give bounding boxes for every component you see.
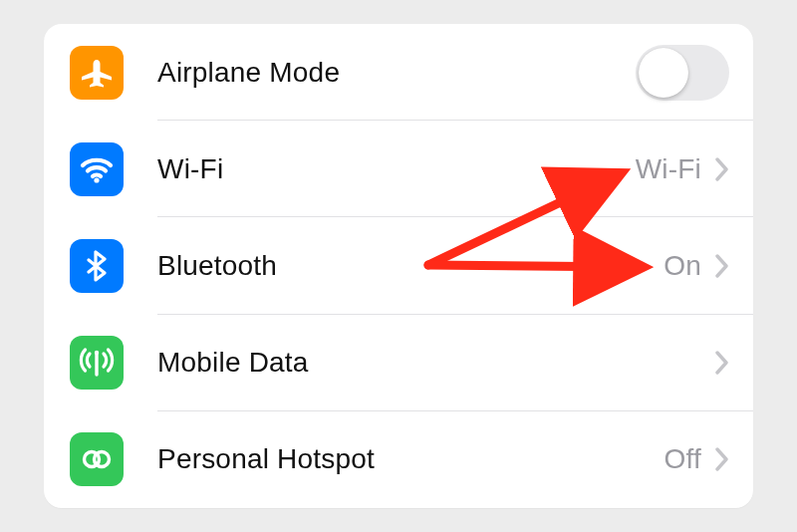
wifi-icon [70, 142, 124, 196]
svg-point-0 [94, 177, 99, 182]
settings-row-label: Personal Hotspot [157, 443, 664, 475]
chevron-right-icon [715, 254, 729, 278]
svg-point-4 [95, 452, 110, 467]
settings-row-label: Bluetooth [157, 250, 664, 282]
settings-row-wifi[interactable]: Wi-Fi Wi-Fi [44, 121, 753, 217]
settings-connectivity-panel: Airplane Mode Wi-Fi Wi-Fi Bluet [44, 24, 753, 508]
settings-row-mobile-data[interactable]: Mobile Data [44, 315, 753, 411]
mobile-data-icon [70, 336, 124, 390]
toggle-knob [639, 48, 688, 98]
settings-row-value: On [664, 250, 701, 282]
personal-hotspot-icon [70, 432, 124, 486]
chevron-right-icon [715, 157, 729, 181]
settings-row-label: Airplane Mode [157, 57, 636, 89]
settings-row-label: Mobile Data [157, 347, 701, 379]
settings-row-bluetooth[interactable]: Bluetooth On [44, 217, 753, 314]
bluetooth-icon [70, 239, 124, 293]
settings-row-label: Wi-Fi [157, 153, 636, 185]
airplane-mode-toggle[interactable] [636, 45, 729, 101]
chevron-right-icon [715, 351, 729, 375]
settings-row-personal-hotspot[interactable]: Personal Hotspot Off [44, 411, 753, 508]
airplane-icon [70, 46, 124, 100]
settings-row-airplane-mode[interactable]: Airplane Mode [44, 24, 753, 121]
svg-point-2 [95, 351, 99, 355]
chevron-right-icon [715, 447, 729, 471]
settings-row-value: Wi-Fi [636, 153, 701, 185]
settings-row-value: Off [664, 443, 701, 475]
